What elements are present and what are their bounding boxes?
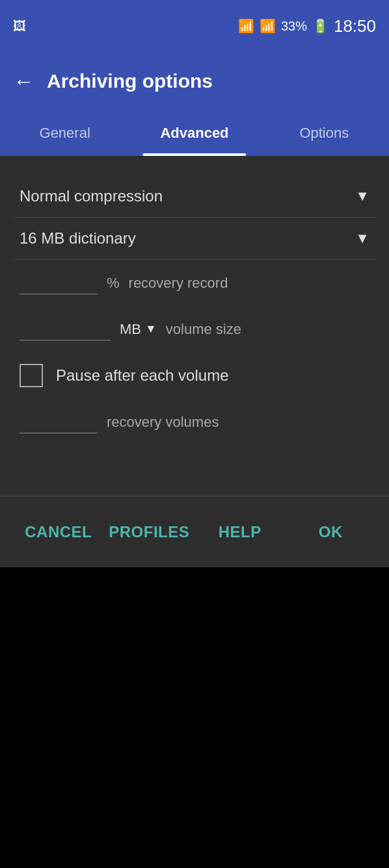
volume-size-row: MB ▼ volume size	[13, 306, 376, 352]
recovery-record-input[interactable]	[20, 272, 98, 294]
pause-checkbox-row[interactable]: Pause after each volume	[13, 352, 376, 399]
cancel-button[interactable]: CANCEL	[13, 517, 104, 548]
compression-arrow-icon: ▼	[355, 188, 369, 205]
recovery-record-label: recovery record	[129, 275, 228, 292]
recovery-volumes-label: recovery volumes	[107, 414, 219, 431]
status-time: 18:50	[334, 16, 376, 36]
signal-icon: 📶	[260, 18, 276, 34]
profiles-button[interactable]: PROFILES	[104, 517, 195, 548]
volume-unit-label: MB	[120, 321, 141, 338]
volume-unit-dropdown[interactable]: MB ▼	[120, 321, 157, 338]
pause-label: Pause after each volume	[56, 366, 229, 385]
recovery-record-row: % recovery record	[13, 260, 376, 306]
volume-size-label: volume size	[166, 321, 241, 338]
dictionary-arrow-icon: ▼	[355, 230, 369, 247]
page-title: Archiving options	[47, 70, 213, 92]
pause-checkbox[interactable]	[20, 364, 43, 387]
recovery-volumes-input[interactable]	[20, 411, 98, 433]
main-content: Normal compression ▼ 16 MB dictionary ▼ …	[0, 156, 389, 496]
volume-size-input[interactable]	[20, 318, 111, 340]
compression-dropdown[interactable]: Normal compression ▼	[13, 175, 376, 218]
dictionary-dropdown[interactable]: 16 MB dictionary ▼	[13, 218, 376, 260]
black-bar-bottom	[0, 567, 389, 868]
recovery-volumes-row: recovery volumes	[13, 399, 376, 445]
ok-button[interactable]: OK	[286, 517, 377, 548]
status-bar-left: 🖼	[13, 19, 26, 34]
battery-percent: 33%	[281, 19, 307, 34]
battery-icon: 🔋	[312, 18, 329, 34]
back-button[interactable]: ←	[13, 70, 34, 94]
recovery-record-unit: %	[107, 275, 120, 292]
tab-advanced[interactable]: Advanced	[129, 110, 259, 156]
dictionary-label: 16 MB dictionary	[20, 229, 355, 248]
tab-general[interactable]: General	[0, 110, 129, 156]
photo-icon: 🖼	[13, 19, 26, 34]
bottom-bar: CANCEL PROFILES HELP OK	[0, 496, 389, 567]
help-button[interactable]: HELP	[194, 517, 286, 548]
tab-bar: General Advanced Options	[0, 110, 389, 156]
wifi-icon: 📶	[238, 18, 254, 34]
volume-unit-arrow-icon: ▼	[145, 322, 157, 336]
status-bar-right: 📶 📶 33% 🔋 18:50	[238, 16, 376, 36]
compression-label: Normal compression	[20, 187, 355, 205]
tab-options[interactable]: Options	[260, 110, 389, 156]
status-bar: 🖼 📶 📶 33% 🔋 18:50	[0, 0, 389, 52]
app-bar: ← Archiving options	[0, 52, 389, 110]
